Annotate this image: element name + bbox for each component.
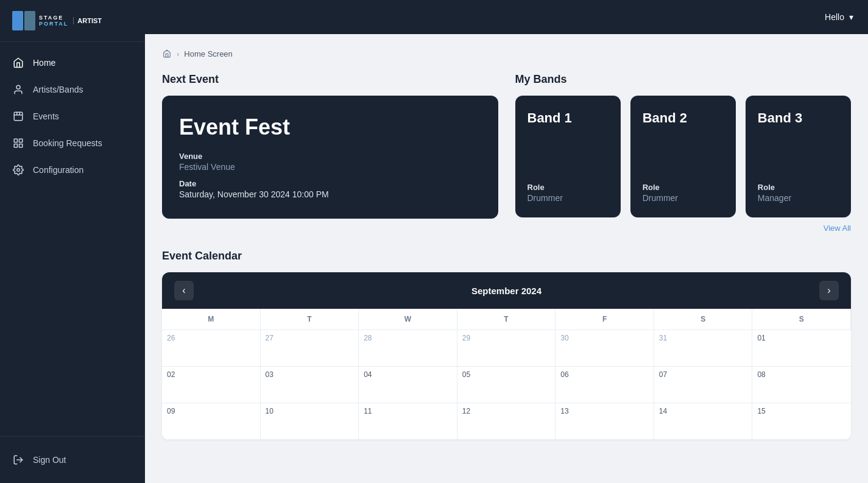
cal-cell-11[interactable]: 11 [359, 403, 457, 440]
band-card-1[interactable]: Band 2 Role Drummer [630, 96, 736, 217]
cal-cell-10[interactable]: 10 [261, 403, 359, 440]
next-event-section: Next Event Event Fest Venue Festival Ven… [162, 73, 498, 233]
main-area: Hello ▾ › Home Screen Next Event Event F… [145, 0, 868, 483]
top-sections: Next Event Event Fest Venue Festival Ven… [162, 73, 851, 233]
logo-icon [12, 11, 35, 30]
home-icon [12, 57, 24, 69]
cal-cell-07[interactable]: 07 [654, 367, 753, 403]
svg-point-12 [17, 169, 20, 172]
sidebar-nav: Home Artists/Bands Events [0, 42, 145, 436]
sidebar-item-booking-requests[interactable]: Booking Requests [0, 130, 145, 157]
cal-cell-14[interactable]: 14 [654, 403, 753, 440]
date-label: Date [179, 179, 481, 188]
breadcrumb: › Home Screen [162, 49, 851, 58]
main-content: › Home Screen Next Event Event Fest Venu… [145, 34, 868, 483]
user-dropdown[interactable]: Hello ▾ [825, 12, 853, 22]
cal-cell-03[interactable]: 03 [261, 367, 359, 403]
cal-cell-08[interactable]: 08 [752, 367, 851, 403]
sign-out-button[interactable]: Sign Out [0, 446, 145, 473]
bands-grid: Band 1 Role Drummer Band 2 Role Drummer [515, 96, 852, 217]
svg-rect-11 [19, 144, 23, 147]
cal-cell-30a[interactable]: 30 [556, 330, 654, 367]
cal-header-wed: W [359, 309, 457, 330]
band-role-value-2: Manager [758, 193, 839, 203]
band-name-2: Band 3 [758, 110, 839, 126]
calendar-prev-button[interactable]: ‹ [174, 281, 194, 300]
band-role-label-0: Role [528, 183, 609, 192]
sidebar-item-artists-bands[interactable]: Artists/Bands [0, 76, 145, 103]
cal-cell-12[interactable]: 12 [457, 403, 556, 440]
calendar-header: ‹ September 2024 › [162, 272, 851, 309]
band-role-label-2: Role [758, 183, 839, 192]
view-all-link[interactable]: View All [824, 224, 851, 233]
cal-cell-28a[interactable]: 28 [359, 330, 457, 367]
cal-cell-29a[interactable]: 29 [457, 330, 556, 367]
band-role-value-0: Drummer [528, 193, 609, 203]
logo-stage: STAGE [39, 15, 68, 21]
sign-out-icon [12, 454, 24, 466]
next-event-card[interactable]: Event Fest Venue Festival Venue Date Sat… [162, 96, 498, 219]
svg-rect-2 [24, 11, 35, 30]
event-calendar-section: Event Calendar ‹ September 2024 › M T W … [162, 250, 851, 440]
band-card-2[interactable]: Band 3 Role Manager [746, 96, 851, 217]
breadcrumb-home-icon[interactable] [162, 49, 172, 58]
cal-cell-02[interactable]: 02 [162, 367, 261, 403]
event-calendar-title: Event Calendar [162, 250, 851, 263]
venue-label: Venue [179, 152, 481, 161]
view-all-row: View All [515, 224, 852, 233]
breadcrumb-current: Home Screen [184, 49, 232, 58]
cal-cell-27a[interactable]: 27 [261, 330, 359, 367]
cal-cell-06[interactable]: 06 [556, 367, 654, 403]
svg-rect-8 [14, 139, 17, 142]
cal-cell-13[interactable]: 13 [556, 403, 654, 440]
band-card-0[interactable]: Band 1 Role Drummer [515, 96, 621, 217]
cal-header-fri: F [556, 309, 654, 330]
user-greeting: Hello [825, 12, 844, 22]
sidebar-item-events[interactable]: Events [0, 103, 145, 130]
next-event-title: Next Event [162, 73, 498, 86]
sidebar-item-label-events: Events [33, 111, 59, 121]
band-role-value-1: Drummer [643, 193, 724, 203]
cal-cell-15[interactable]: 15 [752, 403, 851, 440]
sidebar-item-label-config: Configuration [33, 165, 83, 175]
my-bands-title: My Bands [515, 73, 852, 86]
cal-cell-04[interactable]: 04 [359, 367, 457, 403]
band-name-0: Band 1 [528, 110, 609, 126]
svg-point-3 [16, 85, 20, 89]
cal-cell-09[interactable]: 09 [162, 403, 261, 440]
my-bands-section: My Bands Band 1 Role Drummer Band 2 Role [515, 73, 852, 233]
calendar-month-label: September 2024 [471, 286, 542, 296]
topbar: Hello ▾ [145, 0, 868, 34]
svg-rect-9 [19, 139, 23, 142]
cal-cell-01[interactable]: 01 [752, 330, 851, 367]
cal-header-sun: S [752, 309, 851, 330]
sidebar-item-label-booking: Booking Requests [33, 138, 102, 148]
cal-header-tue: T [261, 309, 359, 330]
sidebar-item-home[interactable]: Home [0, 49, 145, 76]
sidebar-item-label-artists: Artists/Bands [33, 85, 83, 94]
svg-rect-0 [12, 11, 23, 30]
sidebar-footer: Sign Out [0, 436, 145, 483]
sidebar-item-configuration[interactable]: Configuration [0, 157, 145, 183]
calendar-card: ‹ September 2024 › M T W T F S S 26 27 [162, 272, 851, 440]
logo-artist: ARTIST [73, 17, 102, 24]
booking-icon [12, 137, 24, 149]
band-role-label-1: Role [643, 183, 724, 192]
cal-cell-05[interactable]: 05 [457, 367, 556, 403]
calendar-next-button[interactable]: › [819, 281, 839, 300]
sidebar: STAGE PORTAL ARTIST Home [0, 0, 145, 483]
cal-cell-31a[interactable]: 31 [654, 330, 753, 367]
date-value: Saturday, November 30 2024 10:00 PM [179, 189, 481, 199]
dropdown-chevron-icon: ▾ [849, 12, 853, 22]
cal-cell-26a[interactable]: 26 [162, 330, 261, 367]
svg-rect-10 [14, 144, 17, 147]
breadcrumb-separator: › [177, 49, 179, 58]
event-name: Event Fest [179, 115, 481, 139]
logo: STAGE PORTAL ARTIST [0, 0, 145, 42]
venue-value: Festival Venue [179, 162, 481, 172]
user-icon [12, 83, 24, 96]
band-name-1: Band 2 [643, 110, 724, 126]
cal-header-sat: S [654, 309, 753, 330]
events-icon [12, 110, 24, 122]
cal-header-thu: T [457, 309, 556, 330]
